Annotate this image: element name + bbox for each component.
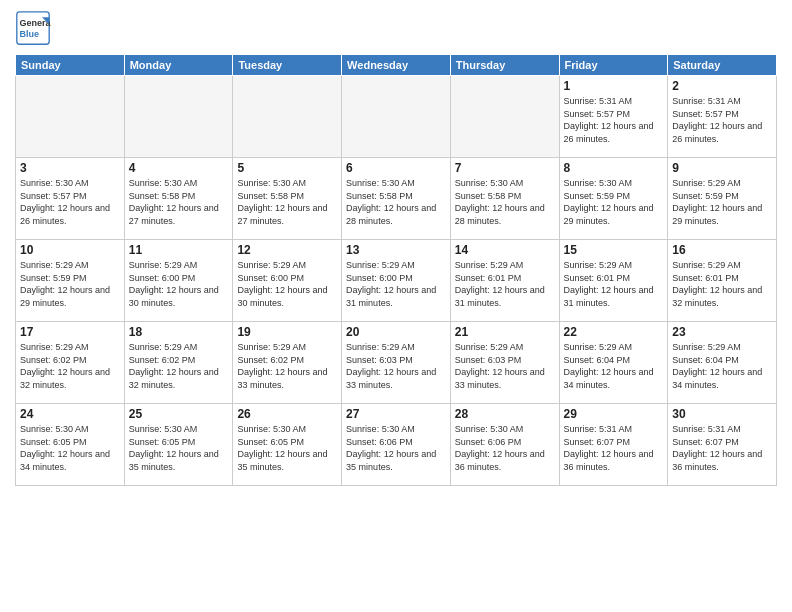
week-row-3: 10Sunrise: 5:29 AM Sunset: 5:59 PM Dayli… — [16, 240, 777, 322]
day-number: 22 — [564, 325, 664, 339]
calendar-cell: 2Sunrise: 5:31 AM Sunset: 5:57 PM Daylig… — [668, 76, 777, 158]
calendar-cell: 13Sunrise: 5:29 AM Sunset: 6:00 PM Dayli… — [342, 240, 451, 322]
logo: General Blue — [15, 10, 53, 46]
calendar-cell: 20Sunrise: 5:29 AM Sunset: 6:03 PM Dayli… — [342, 322, 451, 404]
calendar-cell: 11Sunrise: 5:29 AM Sunset: 6:00 PM Dayli… — [124, 240, 233, 322]
week-row-5: 24Sunrise: 5:30 AM Sunset: 6:05 PM Dayli… — [16, 404, 777, 486]
calendar-cell — [450, 76, 559, 158]
day-info: Sunrise: 5:30 AM Sunset: 5:58 PM Dayligh… — [455, 177, 555, 227]
calendar-cell: 10Sunrise: 5:29 AM Sunset: 5:59 PM Dayli… — [16, 240, 125, 322]
day-number: 2 — [672, 79, 772, 93]
day-number: 9 — [672, 161, 772, 175]
calendar-cell: 21Sunrise: 5:29 AM Sunset: 6:03 PM Dayli… — [450, 322, 559, 404]
day-number: 27 — [346, 407, 446, 421]
header: General Blue — [15, 10, 777, 46]
day-info: Sunrise: 5:29 AM Sunset: 6:02 PM Dayligh… — [20, 341, 120, 391]
day-number: 19 — [237, 325, 337, 339]
calendar-cell: 7Sunrise: 5:30 AM Sunset: 5:58 PM Daylig… — [450, 158, 559, 240]
calendar-cell: 3Sunrise: 5:30 AM Sunset: 5:57 PM Daylig… — [16, 158, 125, 240]
day-number: 26 — [237, 407, 337, 421]
calendar-cell: 14Sunrise: 5:29 AM Sunset: 6:01 PM Dayli… — [450, 240, 559, 322]
calendar-cell: 24Sunrise: 5:30 AM Sunset: 6:05 PM Dayli… — [16, 404, 125, 486]
calendar-cell: 27Sunrise: 5:30 AM Sunset: 6:06 PM Dayli… — [342, 404, 451, 486]
day-info: Sunrise: 5:29 AM Sunset: 5:59 PM Dayligh… — [672, 177, 772, 227]
calendar-table: SundayMondayTuesdayWednesdayThursdayFrid… — [15, 54, 777, 486]
day-info: Sunrise: 5:29 AM Sunset: 6:04 PM Dayligh… — [564, 341, 664, 391]
day-number: 18 — [129, 325, 229, 339]
day-info: Sunrise: 5:29 AM Sunset: 6:03 PM Dayligh… — [346, 341, 446, 391]
week-row-4: 17Sunrise: 5:29 AM Sunset: 6:02 PM Dayli… — [16, 322, 777, 404]
calendar-cell: 28Sunrise: 5:30 AM Sunset: 6:06 PM Dayli… — [450, 404, 559, 486]
day-info: Sunrise: 5:31 AM Sunset: 6:07 PM Dayligh… — [672, 423, 772, 473]
calendar-cell: 30Sunrise: 5:31 AM Sunset: 6:07 PM Dayli… — [668, 404, 777, 486]
calendar-cell: 22Sunrise: 5:29 AM Sunset: 6:04 PM Dayli… — [559, 322, 668, 404]
day-number: 24 — [20, 407, 120, 421]
day-info: Sunrise: 5:29 AM Sunset: 6:01 PM Dayligh… — [564, 259, 664, 309]
day-number: 28 — [455, 407, 555, 421]
day-number: 4 — [129, 161, 229, 175]
day-info: Sunrise: 5:29 AM Sunset: 6:03 PM Dayligh… — [455, 341, 555, 391]
calendar-cell: 12Sunrise: 5:29 AM Sunset: 6:00 PM Dayli… — [233, 240, 342, 322]
day-info: Sunrise: 5:29 AM Sunset: 6:00 PM Dayligh… — [237, 259, 337, 309]
calendar-cell: 23Sunrise: 5:29 AM Sunset: 6:04 PM Dayli… — [668, 322, 777, 404]
logo-icon: General Blue — [15, 10, 51, 46]
svg-text:Blue: Blue — [20, 29, 40, 39]
page: General Blue SundayMondayTuesdayWednesda… — [0, 0, 792, 612]
day-info: Sunrise: 5:29 AM Sunset: 6:00 PM Dayligh… — [346, 259, 446, 309]
calendar-cell — [342, 76, 451, 158]
day-number: 7 — [455, 161, 555, 175]
weekday-header-row: SundayMondayTuesdayWednesdayThursdayFrid… — [16, 55, 777, 76]
day-number: 25 — [129, 407, 229, 421]
calendar-cell: 26Sunrise: 5:30 AM Sunset: 6:05 PM Dayli… — [233, 404, 342, 486]
day-info: Sunrise: 5:31 AM Sunset: 5:57 PM Dayligh… — [564, 95, 664, 145]
day-number: 5 — [237, 161, 337, 175]
day-number: 6 — [346, 161, 446, 175]
calendar-cell: 5Sunrise: 5:30 AM Sunset: 5:58 PM Daylig… — [233, 158, 342, 240]
day-number: 17 — [20, 325, 120, 339]
calendar-cell: 19Sunrise: 5:29 AM Sunset: 6:02 PM Dayli… — [233, 322, 342, 404]
day-info: Sunrise: 5:30 AM Sunset: 6:06 PM Dayligh… — [346, 423, 446, 473]
weekday-header-sunday: Sunday — [16, 55, 125, 76]
day-number: 30 — [672, 407, 772, 421]
calendar-cell: 25Sunrise: 5:30 AM Sunset: 6:05 PM Dayli… — [124, 404, 233, 486]
day-info: Sunrise: 5:30 AM Sunset: 5:58 PM Dayligh… — [237, 177, 337, 227]
calendar-cell: 29Sunrise: 5:31 AM Sunset: 6:07 PM Dayli… — [559, 404, 668, 486]
day-info: Sunrise: 5:29 AM Sunset: 5:59 PM Dayligh… — [20, 259, 120, 309]
day-number: 14 — [455, 243, 555, 257]
calendar-cell: 9Sunrise: 5:29 AM Sunset: 5:59 PM Daylig… — [668, 158, 777, 240]
day-number: 21 — [455, 325, 555, 339]
day-number: 13 — [346, 243, 446, 257]
day-info: Sunrise: 5:30 AM Sunset: 5:59 PM Dayligh… — [564, 177, 664, 227]
day-number: 1 — [564, 79, 664, 93]
day-info: Sunrise: 5:31 AM Sunset: 6:07 PM Dayligh… — [564, 423, 664, 473]
weekday-header-thursday: Thursday — [450, 55, 559, 76]
day-info: Sunrise: 5:29 AM Sunset: 6:01 PM Dayligh… — [672, 259, 772, 309]
day-number: 8 — [564, 161, 664, 175]
weekday-header-tuesday: Tuesday — [233, 55, 342, 76]
day-info: Sunrise: 5:29 AM Sunset: 6:00 PM Dayligh… — [129, 259, 229, 309]
day-info: Sunrise: 5:29 AM Sunset: 6:04 PM Dayligh… — [672, 341, 772, 391]
weekday-header-saturday: Saturday — [668, 55, 777, 76]
calendar-cell: 1Sunrise: 5:31 AM Sunset: 5:57 PM Daylig… — [559, 76, 668, 158]
day-info: Sunrise: 5:30 AM Sunset: 5:57 PM Dayligh… — [20, 177, 120, 227]
calendar-cell: 15Sunrise: 5:29 AM Sunset: 6:01 PM Dayli… — [559, 240, 668, 322]
week-row-1: 1Sunrise: 5:31 AM Sunset: 5:57 PM Daylig… — [16, 76, 777, 158]
day-info: Sunrise: 5:30 AM Sunset: 6:06 PM Dayligh… — [455, 423, 555, 473]
calendar-cell: 17Sunrise: 5:29 AM Sunset: 6:02 PM Dayli… — [16, 322, 125, 404]
week-row-2: 3Sunrise: 5:30 AM Sunset: 5:57 PM Daylig… — [16, 158, 777, 240]
day-number: 3 — [20, 161, 120, 175]
calendar-cell — [124, 76, 233, 158]
day-number: 11 — [129, 243, 229, 257]
day-info: Sunrise: 5:30 AM Sunset: 5:58 PM Dayligh… — [129, 177, 229, 227]
weekday-header-wednesday: Wednesday — [342, 55, 451, 76]
calendar-cell — [233, 76, 342, 158]
day-number: 29 — [564, 407, 664, 421]
weekday-header-monday: Monday — [124, 55, 233, 76]
day-number: 15 — [564, 243, 664, 257]
day-info: Sunrise: 5:29 AM Sunset: 6:02 PM Dayligh… — [129, 341, 229, 391]
calendar-cell: 8Sunrise: 5:30 AM Sunset: 5:59 PM Daylig… — [559, 158, 668, 240]
day-info: Sunrise: 5:30 AM Sunset: 6:05 PM Dayligh… — [20, 423, 120, 473]
calendar-cell — [16, 76, 125, 158]
day-info: Sunrise: 5:30 AM Sunset: 5:58 PM Dayligh… — [346, 177, 446, 227]
day-number: 10 — [20, 243, 120, 257]
